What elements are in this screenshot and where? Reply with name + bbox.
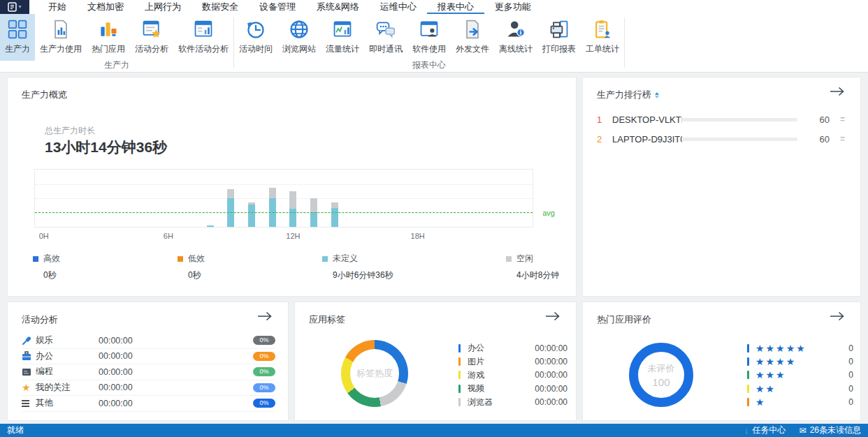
legend-item-inefficient[interactable]: 低效 0秒 bbox=[178, 253, 205, 281]
ribbon-item-activity-analysis[interactable]: 活动分析 bbox=[130, 14, 173, 61]
panel-title-activity-analysis: 活动分析 bbox=[22, 313, 58, 326]
panel-title-productivity-ranking: 生产力排行榜 bbox=[597, 89, 651, 101]
ribbon-item-work-order-stats[interactable]: 工单统计 bbox=[581, 14, 624, 61]
clipboard-person-icon bbox=[591, 17, 614, 41]
menu-lines-icon bbox=[22, 400, 36, 407]
ranking-row[interactable]: 2 LAPTOP-D9J3IT0R 60 = bbox=[597, 129, 851, 149]
menu-item-start[interactable]: 开始 bbox=[38, 0, 77, 14]
ribbon-item-productivity-usage[interactable]: 生产力使用 bbox=[35, 14, 87, 61]
unread-messages-button[interactable]: 26条未读信息 bbox=[810, 424, 861, 436]
ribbon-item-software-usage[interactable]: 软件使用 bbox=[407, 14, 451, 61]
task-center-button[interactable]: 任务中心 bbox=[753, 424, 786, 436]
ribbon-item-outgoing-files[interactable]: 外发文件 bbox=[451, 14, 494, 61]
arrow-right-icon bbox=[257, 311, 273, 321]
productivity-overview-panel: 生产力概览 总生产力时长 13小时14分钟36秒 avg 0H6H12H18H … bbox=[7, 77, 577, 297]
rating-donut-center: 未评价 100 bbox=[629, 343, 693, 407]
ribbon-item-browse-websites[interactable]: 浏览网站 bbox=[277, 14, 321, 61]
legend-item-undefined[interactable]: 未定义 9小时6分钟36秒 bbox=[322, 253, 393, 281]
rank-number: 2 bbox=[597, 134, 612, 145]
avg-line bbox=[35, 212, 533, 213]
rating-row-4-stars[interactable]: ★★★★ 0 bbox=[747, 355, 853, 368]
activity-row-programming[interactable]: 编程 00:00:00 0% bbox=[22, 364, 275, 380]
status-bar: 就绪 ↓ 任务中心 ✉ 26条未读信息 bbox=[0, 424, 868, 437]
percent-badge: 0% bbox=[253, 399, 275, 408]
score-bar bbox=[682, 138, 797, 141]
legend-item-efficient[interactable]: 高效 0秒 bbox=[33, 253, 60, 281]
avg-line-label: avg bbox=[542, 209, 555, 217]
traffic-chart-icon bbox=[331, 17, 354, 41]
menu-item-report-center[interactable]: 报表中心 bbox=[427, 0, 484, 14]
activity-row-office[interactable]: 办公 00:00:00 0% bbox=[22, 349, 275, 365]
menu-item-web-behavior[interactable]: 上网行为 bbox=[134, 0, 191, 14]
menu-item-doc-encryption[interactable]: 文档加密 bbox=[77, 0, 134, 14]
rating-row-5-stars[interactable]: ★★★★★ 0 bbox=[747, 341, 853, 355]
ratings-detail-arrow-button[interactable] bbox=[830, 311, 845, 324]
panel-title-app-tags: 应用标签 bbox=[309, 313, 345, 326]
panel-title-productivity-overview: 生产力概览 bbox=[22, 89, 67, 101]
percent-badge: 0% bbox=[253, 383, 275, 392]
legend-tick bbox=[747, 398, 749, 406]
globe-icon bbox=[287, 17, 311, 41]
menu-bar: ▾ 开始 文档加密 上网行为 数据安全 设备管理 系统&网络 运维中心 报表中心… bbox=[0, 0, 868, 14]
rating-row-1-star[interactable]: ★ 0 bbox=[747, 396, 853, 409]
legend-swatch bbox=[178, 256, 183, 262]
tag-legend-row-office[interactable]: 办公 00:00:00 bbox=[458, 341, 567, 355]
activity-detail-arrow-button[interactable] bbox=[257, 311, 273, 324]
ribbon-item-offline-stats[interactable]: 离线统计 bbox=[494, 14, 537, 61]
stars-icon: ★★★ bbox=[755, 370, 786, 380]
tag-donut-chart: 标签热度 bbox=[341, 340, 408, 407]
ribbon-item-top-apps[interactable]: 热门应用 bbox=[87, 14, 130, 61]
legend-tick bbox=[458, 371, 461, 379]
window-chart-icon bbox=[191, 17, 215, 41]
ranking-detail-arrow-button[interactable] bbox=[830, 87, 845, 99]
activity-row-entertainment[interactable]: 娱乐 00:00:00 0% bbox=[22, 333, 275, 349]
rating-row-3-stars[interactable]: ★★★ 0 bbox=[747, 369, 853, 382]
clock-icon bbox=[244, 17, 268, 41]
menu-item-device-mgmt[interactable]: 设备管理 bbox=[249, 0, 306, 14]
document-chart-icon bbox=[49, 17, 73, 41]
computer-name: LAPTOP-D9J3IT0R bbox=[612, 134, 682, 145]
logo-caret-icon: ▾ bbox=[18, 4, 21, 10]
arrow-right-icon bbox=[830, 87, 845, 96]
ribbon-group-label-report-center: 报表中心 bbox=[234, 61, 624, 72]
legend-tick bbox=[458, 385, 461, 393]
ribbon-group-report-center: 活动时间 浏览网站 bbox=[234, 14, 624, 72]
legend-item-idle[interactable]: 空闲 4小时8分钟 bbox=[506, 253, 559, 281]
ribbon-toolbar: 生产力 生产力使用 bbox=[0, 14, 868, 73]
legend-tick bbox=[458, 344, 461, 353]
tag-legend-row-images[interactable]: 图片 00:00:00 bbox=[458, 355, 567, 368]
legend-tick bbox=[458, 398, 461, 406]
tag-legend-row-browser[interactable]: 浏览器 00:00:00 bbox=[458, 396, 567, 409]
person-info-icon bbox=[504, 17, 528, 41]
tag-legend-row-video[interactable]: 视频 00:00:00 bbox=[458, 382, 567, 395]
ranking-row[interactable]: 1 DESKTOP-VLKTL... 60 = bbox=[597, 110, 851, 129]
menu-item-more[interactable]: 更多功能 bbox=[484, 0, 542, 14]
ribbon-separator bbox=[624, 17, 625, 68]
app-tags-detail-arrow-button[interactable] bbox=[545, 311, 560, 324]
menu-item-system-network[interactable]: 系统&网络 bbox=[306, 0, 370, 14]
ribbon-item-print-report[interactable]: 打印报表 bbox=[537, 14, 581, 61]
app-logo-button[interactable]: ▾ bbox=[0, 0, 29, 14]
trend-equal-icon: = bbox=[830, 134, 845, 144]
bar-chart-icon bbox=[96, 17, 120, 41]
printer-icon bbox=[547, 17, 571, 41]
ribbon-item-productivity[interactable]: 生产力 bbox=[0, 14, 35, 61]
ribbon-item-instant-messaging[interactable]: 即时通讯 bbox=[364, 14, 407, 61]
ribbon-item-software-activity-analysis[interactable]: 软件活动分析 bbox=[173, 14, 233, 61]
score-value: 60 bbox=[804, 114, 830, 125]
panel-title-hot-app-ratings: 热门应用评价 bbox=[597, 313, 651, 326]
rank-number: 1 bbox=[597, 114, 612, 125]
sort-icon[interactable] bbox=[655, 92, 659, 98]
ribbon-item-traffic-stats[interactable]: 流量统计 bbox=[321, 14, 364, 61]
rating-row-2-stars[interactable]: ★★ 0 bbox=[747, 382, 853, 395]
activity-row-my-focus[interactable]: ★ 我的关注 00:00:00 0% bbox=[22, 380, 275, 397]
ribbon-item-activity-time[interactable]: 活动时间 bbox=[234, 14, 277, 61]
menu-item-data-security[interactable]: 数据安全 bbox=[191, 0, 249, 14]
status-ready-text: 就绪 bbox=[0, 424, 24, 436]
activity-row-other[interactable]: 其他 00:00:00 0% bbox=[22, 396, 275, 412]
tag-legend-row-games[interactable]: 游戏 00:00:00 bbox=[458, 369, 567, 382]
document-arrow-icon bbox=[461, 17, 484, 41]
stars-icon: ★★★★★ bbox=[755, 343, 806, 353]
legend-tick bbox=[747, 357, 749, 366]
menu-item-ops-center[interactable]: 运维中心 bbox=[370, 0, 427, 14]
